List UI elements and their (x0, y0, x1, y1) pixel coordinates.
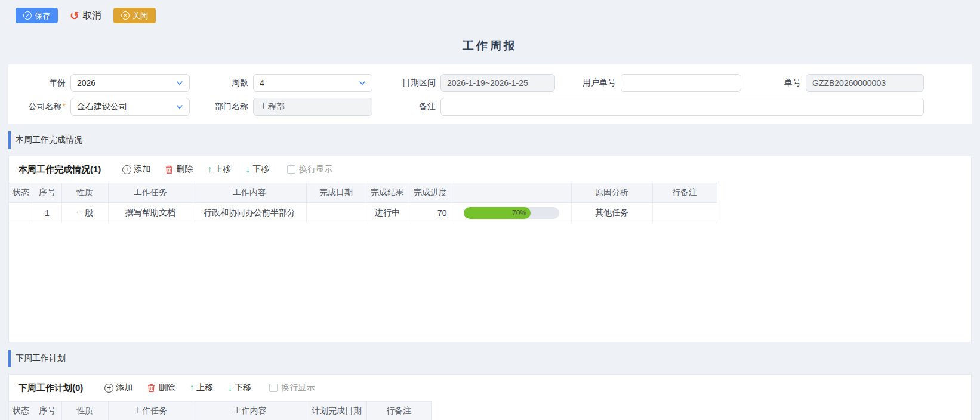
table-row[interactable]: 1 一般 撰写帮助文档 行政和协同办公前半部分 进行中 70 70% 其他任务 (9, 203, 717, 223)
cell-status (9, 203, 33, 223)
col-content: 工作内容 (193, 402, 307, 420)
save-button[interactable]: ✓ 保存 (16, 8, 58, 23)
progress-track: 70% (464, 207, 559, 219)
next-week-delete-button[interactable]: 删除 (146, 381, 176, 394)
next-week-grid-title: 下周工作计划(0) (19, 382, 83, 394)
col-nature: 性质 (61, 183, 108, 203)
arrow-down-icon: ↓ (245, 165, 250, 174)
next-week-move-up-button[interactable]: ↑ 上移 (188, 381, 214, 394)
department-field: 工程部 (253, 98, 372, 116)
cell-progress-bar: 70% (452, 203, 571, 223)
next-week-move-down-button[interactable]: ↓ 下移 (226, 381, 252, 394)
cell-task[interactable]: 撰写帮助文档 (108, 203, 193, 223)
header-form: 年份 2026 周数 4 日期区间 2026-1-19~2026-1-25 用户… (8, 64, 972, 124)
this-week-move-up-button[interactable]: ↑ 上移 (206, 163, 232, 176)
col-status: 状态 (9, 183, 33, 203)
remark-field[interactable] (440, 98, 924, 116)
col-nature: 性质 (61, 402, 108, 420)
plus-circle-icon: + (104, 384, 113, 393)
cell-row-remark[interactable] (652, 203, 717, 223)
trash-icon (165, 165, 174, 174)
wrap-checkbox[interactable] (287, 165, 295, 174)
department-value: 工程部 (260, 101, 285, 112)
required-asterisk: * (63, 101, 66, 111)
cell-result[interactable]: 进行中 (366, 203, 409, 223)
year-label: 年份 (8, 78, 70, 88)
wrap-checkbox[interactable] (269, 384, 278, 392)
date-range-value: 2026-1-19~2026-1-25 (447, 78, 528, 88)
this-week-wrap-toggle[interactable]: 换行显示 (287, 164, 332, 175)
chevron-down-icon (176, 79, 183, 87)
progress-percent-label: 70% (512, 209, 526, 217)
year-value: 2026 (77, 78, 95, 88)
next-week-section-header: 下周工作计划 (0, 348, 980, 368)
cell-progress[interactable]: 70 (409, 203, 452, 223)
close-button-label: 关闭 (132, 12, 148, 20)
department-label: 部门名称 (190, 101, 253, 112)
next-week-table: 状态 序号 性质 工作任务 工作内容 计划完成日期 行备注 (9, 401, 432, 420)
col-progress-bar (452, 183, 571, 203)
week-value: 4 (260, 78, 264, 88)
col-seq: 序号 (33, 402, 61, 420)
order-no-value: GZZB20260000003 (812, 78, 886, 88)
remark-label: 备注 (372, 101, 440, 112)
col-progress: 完成进度 (409, 183, 452, 203)
this-week-grid-toolbar: 本周工作完成情况(1) + 添加 删除 ↑ 上移 ↓ 下移 换行显示 (9, 156, 971, 183)
order-no-label: 单号 (741, 78, 806, 88)
company-select[interactable]: 金石建设公司 (70, 98, 190, 116)
col-status: 状态 (9, 402, 33, 420)
undo-icon: ↺ (70, 10, 79, 21)
progress-fill: 70% (464, 207, 531, 219)
cancel-button-label: 取消 (82, 11, 101, 20)
order-no-field: GZZB20260000003 (806, 74, 924, 92)
next-week-wrap-toggle[interactable]: 换行显示 (269, 382, 315, 393)
cell-finish-date[interactable] (306, 203, 366, 223)
this-week-section-title: 本周工作完成情况 (16, 135, 82, 146)
cancel-button[interactable]: ↺ 取消 (69, 8, 103, 24)
user-order-no-input[interactable] (627, 78, 735, 88)
user-order-no-label: 用户单号 (555, 78, 621, 88)
cell-reason[interactable]: 其他任务 (571, 203, 652, 223)
col-reason: 原因分析 (571, 183, 652, 203)
remark-input[interactable] (447, 102, 917, 112)
chevron-down-icon (359, 79, 366, 87)
next-week-grid-panel: 下周工作计划(0) + 添加 删除 ↑ 上移 ↓ 下移 换行显示 状态 序 (8, 374, 972, 420)
user-order-no-field[interactable] (621, 74, 741, 92)
top-toolbar: ✓ 保存 ↺ 取消 ✕ 关闭 (0, 0, 980, 31)
this-week-delete-button[interactable]: 删除 (164, 163, 194, 176)
col-row-remark: 行备注 (366, 402, 431, 420)
check-circle-icon: ✓ (23, 11, 32, 20)
cell-content[interactable]: 行政和协同办公前半部分 (193, 203, 306, 223)
week-label: 周数 (190, 78, 253, 88)
date-range-field: 2026-1-19~2026-1-25 (440, 74, 555, 92)
close-button[interactable]: ✕ 关闭 (113, 8, 156, 23)
section-accent-bar (8, 350, 11, 368)
arrow-up-icon: ↑ (189, 383, 194, 393)
col-task: 工作任务 (108, 402, 193, 420)
next-week-grid-toolbar: 下周工作计划(0) + 添加 删除 ↑ 上移 ↓ 下移 换行显示 (9, 375, 971, 401)
col-content: 工作内容 (193, 183, 306, 203)
this-week-section-header: 本周工作完成情况 (0, 130, 980, 150)
next-week-table-header-row: 状态 序号 性质 工作任务 工作内容 计划完成日期 行备注 (9, 402, 432, 420)
this-week-add-button[interactable]: + 添加 (121, 163, 152, 176)
year-select[interactable]: 2026 (70, 74, 190, 92)
this-week-table: 状态 序号 性质 工作任务 工作内容 完成日期 完成结果 完成进度 原因分析 行… (9, 183, 717, 223)
cell-nature[interactable]: 一般 (61, 203, 108, 223)
col-task: 工作任务 (108, 183, 193, 203)
next-week-section-title: 下周工作计划 (16, 353, 66, 364)
next-week-add-button[interactable]: + 添加 (103, 381, 134, 394)
col-seq: 序号 (33, 183, 61, 203)
week-select[interactable]: 4 (253, 74, 372, 92)
this-week-table-header-row: 状态 序号 性质 工作任务 工作内容 完成日期 完成结果 完成进度 原因分析 行… (9, 183, 717, 203)
col-row-remark: 行备注 (652, 183, 717, 203)
col-result: 完成结果 (366, 183, 409, 203)
company-label: 公司名称* (8, 101, 70, 112)
arrow-up-icon: ↑ (207, 165, 212, 174)
this-week-move-down-button[interactable]: ↓ 下移 (244, 163, 270, 176)
col-plan-date: 计划完成日期 (307, 402, 366, 420)
company-value: 金石建设公司 (77, 101, 127, 112)
chevron-down-icon (176, 103, 183, 110)
save-button-label: 保存 (35, 12, 50, 20)
section-accent-bar (8, 131, 11, 149)
this-week-grid-panel: 本周工作完成情况(1) + 添加 删除 ↑ 上移 ↓ 下移 换行显示 状态 (8, 156, 972, 342)
